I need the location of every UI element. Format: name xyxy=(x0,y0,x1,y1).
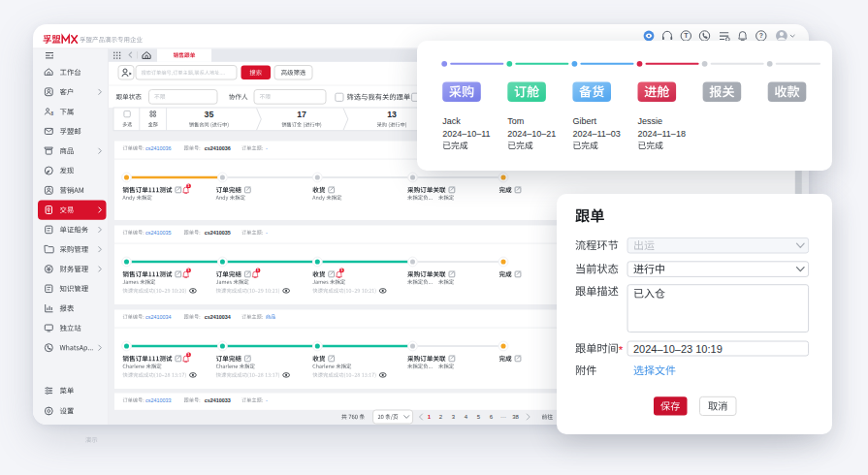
svg-text:cs2410036: cs2410036 xyxy=(205,144,231,150)
svg-text:cs2410034: cs2410034 xyxy=(205,313,231,319)
svg-text:2024–11–03: 2024–11–03 xyxy=(572,129,620,139)
svg-text:···: ··· xyxy=(500,414,506,420)
svg-text:-: - xyxy=(266,396,268,402)
svg-text:Jack: Jack xyxy=(442,116,461,126)
svg-text:cs2410034: cs2410034 xyxy=(145,313,171,319)
svg-text:*: * xyxy=(619,344,624,356)
svg-text:-: - xyxy=(266,144,268,150)
svg-text:cs2410033: cs2410033 xyxy=(145,396,171,402)
svg-text:8: 8 xyxy=(50,111,53,115)
svg-text:T: T xyxy=(684,32,689,39)
svg-text:13: 13 xyxy=(387,110,397,119)
svg-text:-: - xyxy=(266,229,268,235)
svg-text:cs2410033: cs2410033 xyxy=(205,396,231,402)
svg-text:38: 38 xyxy=(512,414,519,420)
svg-text:2024–10–21: 2024–10–21 xyxy=(507,129,556,139)
svg-text:2024–10–23 10:19: 2024–10–23 10:19 xyxy=(633,343,723,355)
svg-text:?: ? xyxy=(759,32,763,39)
svg-text:2024–11–18: 2024–11–18 xyxy=(638,129,686,139)
svg-text:35: 35 xyxy=(205,110,214,119)
svg-text:17: 17 xyxy=(297,110,306,119)
svg-text:cs2410035: cs2410035 xyxy=(205,229,231,235)
svg-text:2024–10–11: 2024–10–11 xyxy=(442,129,490,139)
svg-text:Jessie: Jessie xyxy=(638,116,663,126)
svg-text:Gibert: Gibert xyxy=(572,116,596,126)
svg-text:cs2410036: cs2410036 xyxy=(145,144,171,150)
svg-text:Tom: Tom xyxy=(507,116,524,126)
svg-text:cs2410035: cs2410035 xyxy=(145,229,171,235)
